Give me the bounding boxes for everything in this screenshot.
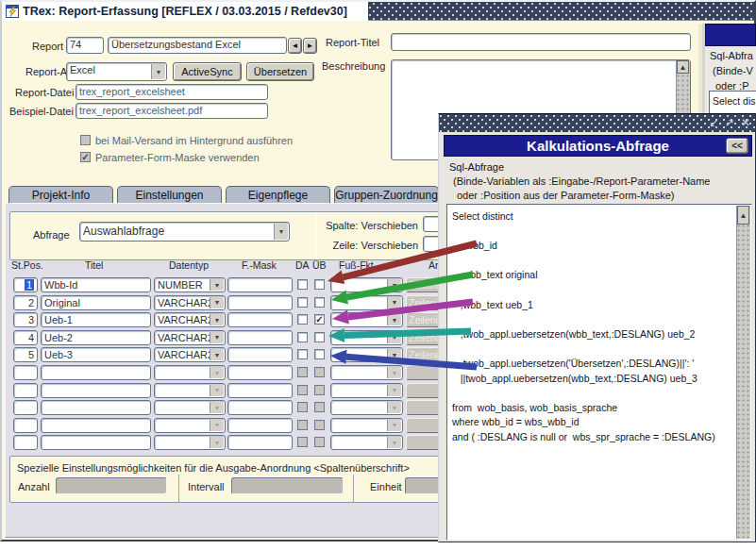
chevron-down-icon[interactable]: ▼ [387, 349, 401, 360]
chevron-down-icon[interactable]: ▼ [274, 224, 288, 240]
datentyp-combo[interactable]: ▼ [154, 400, 226, 415]
da-checkbox[interactable] [297, 297, 308, 308]
fmask-field[interactable] [227, 400, 293, 415]
chevron-down-icon[interactable]: ▼ [210, 314, 224, 325]
chevron-down-icon[interactable]: ▼ [387, 402, 401, 413]
ueb-checkbox[interactable] [314, 402, 325, 412]
chevron-down-icon[interactable]: ▼ [210, 437, 224, 448]
record-prev-button[interactable]: ◄ [288, 38, 302, 54]
titel-field[interactable] [41, 365, 151, 380]
close-icon[interactable]: ✕ [738, 114, 753, 132]
stpos-field[interactable] [13, 383, 38, 398]
fussfkt-combo[interactable]: ▼ [330, 365, 403, 380]
record-next-button[interactable]: ► [303, 38, 317, 54]
fussfkt-combo[interactable]: ▼ [330, 277, 403, 292]
main-titlebar[interactable]: TRex: Report-Erfassung [REFLEX / 03.03.2… [2, 2, 754, 21]
da-checkbox[interactable] [297, 367, 308, 377]
chevron-down-icon[interactable]: ▼ [210, 385, 224, 396]
intervall-field[interactable] [231, 477, 344, 494]
stpos-field[interactable]: 5 [13, 347, 38, 362]
titel-field[interactable] [41, 383, 151, 398]
datentyp-combo[interactable]: NUMBER▼ [154, 277, 226, 292]
datentyp-combo[interactable]: ▼ [154, 435, 226, 450]
ueb-checkbox[interactable] [314, 279, 325, 290]
fussfkt-combo[interactable]: ▼ [330, 312, 403, 327]
ueb-checkbox[interactable] [314, 349, 325, 359]
fmask-field[interactable] [227, 312, 293, 327]
ueb-checkbox[interactable] [314, 332, 325, 342]
chevron-down-icon[interactable]: ▼ [387, 297, 401, 308]
chevron-down-icon[interactable]: ▼ [210, 349, 224, 360]
chevron-down-icon[interactable]: ▼ [387, 314, 401, 325]
chevron-down-icon[interactable]: ▼ [387, 367, 401, 378]
chevron-down-icon[interactable]: ▼ [387, 279, 401, 291]
da-checkbox[interactable] [297, 420, 308, 430]
parameter-form-checkbox[interactable]: ✓ [80, 152, 91, 162]
beispiel-datei-field[interactable]: trex_report_excelsheet.pdf [76, 103, 268, 119]
titel-field[interactable]: Ueb-3 [41, 347, 151, 362]
chevron-down-icon[interactable]: ▼ [387, 437, 401, 448]
ueb-checkbox[interactable] [314, 297, 325, 308]
datentyp-combo[interactable]: ▼ [154, 418, 226, 433]
da-checkbox[interactable] [297, 349, 308, 359]
stpos-field[interactable]: 2 [13, 295, 38, 310]
chevron-down-icon[interactable]: ▼ [210, 420, 224, 431]
scroll-up-icon[interactable]: ▲ [737, 206, 749, 225]
datentyp-combo[interactable]: ▼ [154, 383, 226, 398]
fmask-field[interactable] [227, 330, 293, 345]
fmask-field[interactable] [227, 418, 293, 433]
ueb-checkbox[interactable] [314, 420, 325, 430]
chevron-down-icon[interactable]: ▼ [387, 385, 401, 396]
minimize-icon[interactable]: ↙ [706, 114, 721, 132]
stpos-field[interactable]: 3 [13, 312, 38, 327]
titel-field[interactable] [41, 435, 151, 450]
fmask-field[interactable] [227, 347, 293, 362]
stpos-field[interactable] [13, 365, 38, 380]
fussfkt-combo[interactable]: ▼ [330, 418, 403, 433]
datentyp-combo[interactable]: VARCHAR2▼ [154, 347, 226, 362]
fmask-field[interactable] [227, 365, 293, 380]
fmask-field[interactable] [227, 295, 293, 310]
chevron-down-icon[interactable]: ▼ [210, 279, 224, 291]
titel-field[interactable] [41, 400, 151, 415]
tab-gruppen-zuordnung[interactable]: Gruppen-Zuordnung [334, 186, 439, 203]
chevron-down-icon[interactable]: ▼ [210, 297, 224, 308]
fussfkt-combo[interactable]: ▼ [330, 383, 403, 398]
da-checkbox[interactable] [297, 314, 308, 325]
abfrage-combo[interactable]: Auswahlabfrage ▼ [79, 222, 290, 242]
da-checkbox[interactable] [297, 385, 308, 395]
fussfkt-combo[interactable]: ▼ [330, 295, 403, 310]
stpos-field[interactable]: 4 [13, 330, 38, 345]
anzahl-field[interactable] [56, 477, 167, 494]
chevron-down-icon[interactable]: ▼ [151, 64, 165, 79]
fussfkt-combo[interactable]: ▼ [330, 435, 403, 450]
report-datei-field[interactable]: trex_report_excelsheet [76, 84, 268, 100]
titel-field[interactable] [41, 418, 151, 433]
mail-versand-checkbox[interactable] [80, 135, 91, 145]
chevron-down-icon[interactable]: ▼ [210, 402, 224, 413]
chevron-down-icon[interactable]: ▼ [210, 332, 224, 343]
ueb-checkbox[interactable]: ✓ [314, 314, 325, 325]
datentyp-combo[interactable]: ▼ [154, 365, 226, 380]
stpos-field[interactable] [13, 418, 38, 433]
report-number-field[interactable]: 74 [66, 37, 104, 54]
datentyp-combo[interactable]: VARCHAR2▼ [154, 295, 226, 310]
report-titel-field[interactable] [391, 33, 691, 51]
activesync-button[interactable]: ActiveSync [173, 62, 242, 81]
ueb-checkbox[interactable] [314, 437, 325, 447]
uebersetzen-button[interactable]: Übersetzen [246, 62, 314, 81]
titel-field[interactable]: Wbb-Id [41, 277, 151, 292]
sql-query-textarea[interactable]: Select distinct wbb_id ,wbb_text origina… [446, 204, 752, 541]
fmask-field[interactable] [227, 435, 293, 450]
stpos-field[interactable] [13, 400, 38, 415]
chevron-down-icon[interactable]: ▼ [387, 332, 401, 343]
chevron-down-icon[interactable]: ▼ [387, 420, 401, 431]
fussfkt-combo[interactable]: ▼ [330, 400, 403, 415]
da-checkbox[interactable] [297, 332, 308, 342]
fussfkt-combo[interactable]: ▼ [330, 347, 403, 362]
fmask-field[interactable] [227, 383, 293, 398]
fmask-field[interactable] [227, 277, 293, 292]
fussfkt-combo[interactable]: ▼ [330, 330, 403, 345]
sql-scrollbar[interactable]: ▲ [736, 206, 750, 539]
stpos-field[interactable]: 1 [13, 277, 38, 292]
